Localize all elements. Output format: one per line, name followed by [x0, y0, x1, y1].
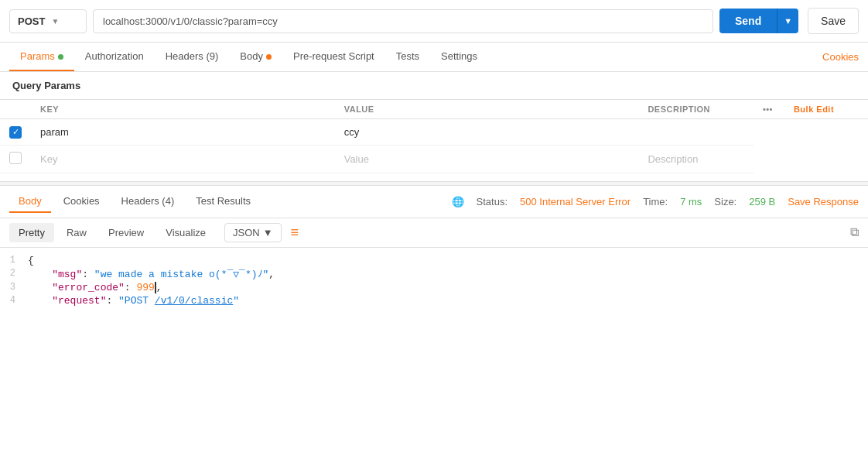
row2-key[interactable]: Key [31, 145, 335, 173]
save-response-button[interactable]: Save Response [788, 196, 859, 207]
col-description: DESCRIPTION [638, 100, 754, 119]
response-tabs-bar: Body Cookies Headers (4) Test Results 🌐 … [0, 186, 868, 218]
url-bar: POST ▼ Send ▼ Save [0, 0, 868, 43]
code-line-3: 3 "error_code": 999, [0, 281, 868, 294]
code-content-1: { [28, 255, 868, 266]
copy-icon[interactable]: ⧉ [850, 225, 859, 239]
params-dot [58, 54, 63, 60]
resp-tab-body[interactable]: Body [9, 190, 51, 213]
tab-tests[interactable]: Tests [385, 43, 430, 71]
send-dropdown-button[interactable]: ▼ [777, 9, 798, 33]
line-num-4: 4 [0, 295, 28, 306]
code-line-1: 1 { [0, 254, 868, 267]
checkbox-checked-icon: ✓ [9, 126, 22, 139]
size-value: 259 B [749, 196, 775, 207]
time-label: Time: [643, 196, 668, 207]
format-tab-pretty[interactable]: Pretty [9, 223, 54, 242]
row1-description[interactable] [638, 119, 754, 146]
code-content-4: "request": "POST /v1/0/classic" [28, 295, 868, 307]
method-label: POST [18, 15, 45, 27]
table-row: ✓ param ccy [0, 119, 868, 146]
cookies-link[interactable]: Cookies [822, 43, 859, 70]
resp-tab-test-results[interactable]: Test Results [186, 190, 260, 213]
tab-body[interactable]: Body [229, 43, 282, 71]
resp-tab-headers[interactable]: Headers (4) [112, 190, 184, 213]
checkbox-empty [9, 152, 22, 164]
json-format-select[interactable]: JSON ▼ [224, 223, 282, 242]
method-select[interactable]: POST ▼ [9, 9, 87, 33]
time-value: 7 ms [680, 196, 702, 207]
resp-tab-cookies[interactable]: Cookies [54, 190, 109, 213]
row2-checkbox[interactable] [0, 145, 31, 173]
col-bulk-edit[interactable]: Bulk Edit [784, 100, 868, 119]
format-tab-preview[interactable]: Preview [99, 223, 153, 242]
url-input[interactable] [93, 9, 713, 33]
body-dot [266, 54, 272, 60]
tab-settings[interactable]: Settings [430, 43, 488, 71]
code-content-3: "error_code": 999, [28, 282, 868, 293]
line-num-3: 3 [0, 282, 28, 293]
tab-authorization[interactable]: Authorization [74, 43, 155, 71]
table-row: Key Value Description [0, 145, 868, 173]
col-key: KEY [31, 100, 335, 119]
status-label: Status: [477, 196, 507, 207]
response-status-info: 🌐 Status: 500 Internal Server Error Time… [452, 196, 859, 207]
method-dropdown-arrow: ▼ [51, 17, 59, 26]
line-num-1: 1 [0, 255, 28, 266]
send-btn-group: Send ▼ [719, 9, 798, 33]
row1-checkbox[interactable]: ✓ [0, 119, 31, 146]
code-area: 1 { 2 "msg": "we made a mistake o(*¯▽¯*)… [0, 248, 868, 314]
send-button[interactable]: Send [719, 9, 777, 33]
params-table: KEY VALUE DESCRIPTION ••• Bulk Edit ✓ pa… [0, 99, 868, 173]
request-tabs-bar: Params Authorization Headers (9) Body Pr… [0, 43, 868, 72]
code-line-4: 4 "request": "POST /v1/0/classic" [0, 294, 868, 307]
row1-value[interactable]: ccy [335, 119, 639, 146]
col-more[interactable]: ••• [754, 100, 784, 119]
globe-icon: 🌐 [452, 196, 464, 207]
row2-value[interactable]: Value [335, 145, 639, 173]
format-tab-raw[interactable]: Raw [57, 223, 96, 242]
size-label: Size: [714, 196, 736, 207]
format-tab-visualize[interactable]: Visualize [156, 223, 215, 242]
json-format-label: JSON [233, 227, 260, 238]
row1-key[interactable]: param [31, 119, 335, 146]
query-params-title: Query Params [0, 72, 868, 99]
tab-pre-request[interactable]: Pre-request Script [282, 43, 385, 71]
tab-params[interactable]: Params [9, 43, 74, 71]
line-num-2: 2 [0, 268, 28, 279]
format-bar: Pretty Raw Preview Visualize JSON ▼ ≡ ⧉ [0, 218, 868, 248]
wrap-icon[interactable]: ≡ [291, 225, 299, 241]
tab-headers[interactable]: Headers (9) [155, 43, 230, 71]
col-checkbox [0, 100, 31, 119]
json-dropdown-arrow: ▼ [263, 227, 273, 238]
row2-description[interactable]: Description [638, 145, 754, 173]
status-code: 500 Internal Server Error [520, 196, 630, 207]
code-line-2: 2 "msg": "we made a mistake o(*¯▽¯*)ﾉ", [0, 267, 868, 281]
col-value: VALUE [335, 100, 639, 119]
save-button[interactable]: Save [808, 8, 859, 34]
code-content-2: "msg": "we made a mistake o(*¯▽¯*)ﾉ", [28, 268, 868, 280]
